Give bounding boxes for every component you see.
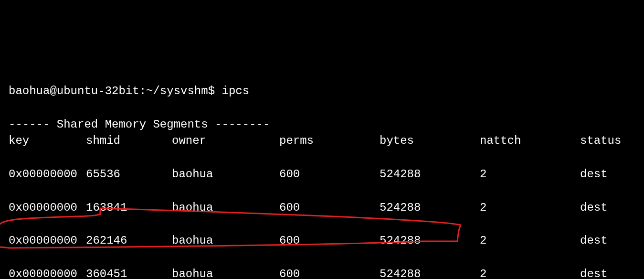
cell-perms: 600 bbox=[279, 266, 380, 279]
cell-shmid: 262146 bbox=[86, 233, 172, 249]
cell-owner: baohua bbox=[172, 166, 279, 183]
col-header-owner: owner bbox=[172, 133, 279, 150]
shell-prompt-line: baohua@ubuntu-32bit:~/sysvshm$ ipcs bbox=[9, 85, 249, 97]
cell-key: 0x00000000 bbox=[9, 166, 86, 183]
cell-perms: 600 bbox=[279, 200, 380, 216]
cell-perms: 600 bbox=[279, 166, 380, 183]
col-header-nattch: nattch bbox=[480, 133, 580, 150]
cell-key: 0x00000000 bbox=[9, 266, 86, 279]
cell-owner: baohua bbox=[172, 200, 279, 216]
cell-shmid: 65536 bbox=[86, 166, 172, 183]
cell-nattch: 2 bbox=[480, 166, 580, 183]
cell-status: dest bbox=[580, 233, 608, 249]
col-header-bytes: bytes bbox=[380, 133, 480, 150]
table-row: 0x0000000065536baohua6005242882dest bbox=[9, 166, 635, 183]
table-row: 0x00000000360451baohua6005242882dest bbox=[9, 266, 635, 279]
cell-bytes: 524288 bbox=[380, 233, 480, 249]
cell-owner: baohua bbox=[172, 233, 279, 249]
table-row: 0x00000000262146baohua6005242882dest bbox=[9, 233, 635, 249]
col-header-key: key bbox=[9, 133, 86, 150]
cell-key: 0x00000000 bbox=[9, 200, 86, 216]
cell-status: dest bbox=[580, 166, 608, 183]
col-header-shmid: shmid bbox=[86, 133, 172, 150]
table-row: 0x00000000163841baohua6005242882dest bbox=[9, 200, 635, 216]
cell-key: 0x00000000 bbox=[9, 233, 86, 249]
cell-bytes: 524288 bbox=[380, 200, 480, 216]
cell-status: dest bbox=[580, 266, 608, 279]
cell-status: dest bbox=[580, 200, 608, 216]
cell-nattch: 2 bbox=[480, 266, 580, 279]
cell-bytes: 524288 bbox=[380, 266, 480, 279]
cell-shmid: 360451 bbox=[86, 266, 172, 279]
cell-nattch: 2 bbox=[480, 233, 580, 249]
cell-owner: baohua bbox=[172, 266, 279, 279]
cell-perms: 600 bbox=[279, 233, 380, 249]
cell-bytes: 524288 bbox=[380, 166, 480, 183]
cell-shmid: 163841 bbox=[86, 200, 172, 216]
col-header-status: status bbox=[580, 133, 621, 150]
col-header-perms: perms bbox=[279, 133, 380, 150]
table-header-row: keyshmidownerpermsbytesnattchstatus bbox=[9, 133, 635, 150]
cell-nattch: 2 bbox=[480, 200, 580, 216]
section-header: ------ Shared Memory Segments -------- bbox=[9, 118, 270, 131]
terminal-output: baohua@ubuntu-32bit:~/sysvshm$ ipcs ----… bbox=[9, 66, 635, 279]
